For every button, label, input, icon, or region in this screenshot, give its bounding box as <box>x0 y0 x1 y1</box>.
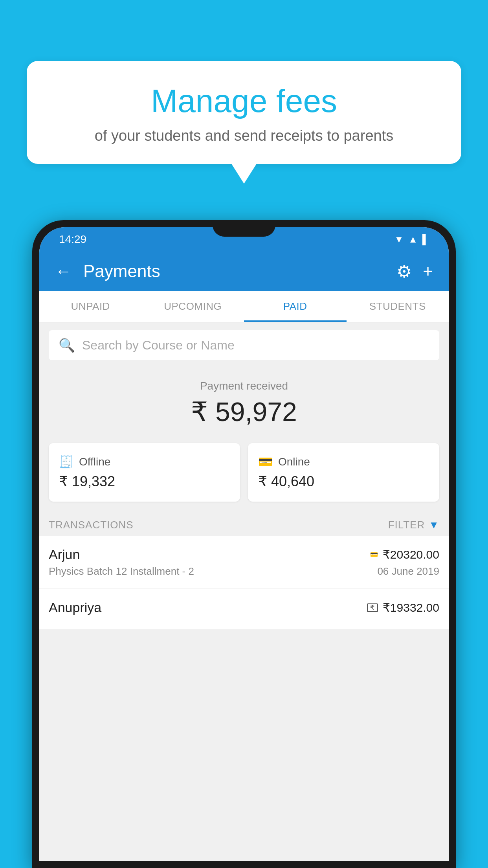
app-bar-title: Payments <box>83 261 385 281</box>
transaction-course-1: Physics Batch 12 Installment - 2 <box>49 565 194 577</box>
rupee-icon: ₹ <box>367 603 378 612</box>
app-bar-icons: ⚙ + <box>396 261 433 281</box>
speech-bubble-title: Manage fees <box>50 83 438 120</box>
speech-bubble-subtitle: of your students and send receipts to pa… <box>50 127 438 144</box>
transaction-amount-1: ₹20320.00 <box>383 548 439 561</box>
transaction-detail-row-1: Physics Batch 12 Installment - 2 06 June… <box>49 565 439 577</box>
transaction-amount-wrap-1: 💳 ₹20320.00 <box>370 548 439 561</box>
transactions-header: TRANSACTIONS FILTER ▼ <box>39 509 449 536</box>
offline-icon: 🧾 <box>59 455 73 469</box>
transaction-row-2: Anupriya ₹ ₹19332.00 <box>49 600 439 615</box>
payment-section: Payment received ₹ 59,972 <box>39 368 449 435</box>
offline-label: Offline <box>79 456 110 468</box>
phone-frame: 14:29 ▼ ▲ ▌ ← Payments ⚙ + UNPAID UPCOMI… <box>32 220 456 868</box>
tab-unpaid[interactable]: UNPAID <box>39 291 142 322</box>
search-input[interactable]: Search by Course or Name <box>82 338 235 353</box>
battery-icon: ▌ <box>422 234 429 245</box>
back-button[interactable]: ← <box>55 262 72 281</box>
status-icons: ▼ ▲ ▌ <box>394 234 429 245</box>
search-bar[interactable]: 🔍 Search by Course or Name <box>49 330 439 360</box>
online-icon: 💳 <box>258 455 273 469</box>
transaction-item-2[interactable]: Anupriya ₹ ₹19332.00 <box>39 589 449 630</box>
offline-amount: ₹ 19,332 <box>59 473 230 490</box>
filter-icon: ▼ <box>429 519 439 531</box>
search-icon: 🔍 <box>59 337 75 353</box>
offline-card: 🧾 Offline ₹ 19,332 <box>49 443 240 502</box>
content-area: 🔍 Search by Course or Name Payment recei… <box>39 322 449 861</box>
transaction-row-1: Arjun 💳 ₹20320.00 <box>49 547 439 562</box>
transaction-name-1: Arjun <box>49 547 80 562</box>
tabs: UNPAID UPCOMING PAID STUDENTS <box>39 291 449 322</box>
transaction-item[interactable]: Arjun 💳 ₹20320.00 Physics Batch 12 Insta… <box>39 536 449 589</box>
payment-cards: 🧾 Offline ₹ 19,332 💳 Online ₹ 40,640 <box>39 435 449 509</box>
plus-icon[interactable]: + <box>423 261 433 281</box>
transaction-amount-wrap-2: ₹ ₹19332.00 <box>367 601 439 614</box>
online-amount: ₹ 40,640 <box>258 473 429 490</box>
card-payment-icon: 💳 <box>370 551 378 558</box>
transaction-date-1: 06 June 2019 <box>377 565 439 577</box>
online-label: Online <box>278 456 310 468</box>
tab-students[interactable]: STUDENTS <box>347 291 449 322</box>
status-time: 14:29 <box>59 233 86 246</box>
tab-upcoming[interactable]: UPCOMING <box>142 291 244 322</box>
app-bar: ← Payments ⚙ + <box>39 252 449 291</box>
filter-button[interactable]: FILTER ▼ <box>388 519 439 531</box>
filter-label: FILTER <box>388 519 425 531</box>
transaction-name-2: Anupriya <box>49 600 101 615</box>
tab-paid[interactable]: PAID <box>244 291 347 322</box>
offline-card-header: 🧾 Offline <box>59 455 230 469</box>
payment-label: Payment received <box>39 380 449 392</box>
online-card-header: 💳 Online <box>258 455 429 469</box>
speech-bubble: Manage fees of your students and send re… <box>27 61 461 164</box>
transaction-amount-2: ₹19332.00 <box>383 601 439 614</box>
wifi-icon: ▼ <box>394 234 404 245</box>
gear-icon[interactable]: ⚙ <box>396 261 412 281</box>
transactions-label: TRANSACTIONS <box>49 519 134 531</box>
phone-notch <box>213 220 275 237</box>
payment-amount: ₹ 59,972 <box>39 396 449 427</box>
signal-icon: ▲ <box>408 234 418 245</box>
phone-screen: 14:29 ▼ ▲ ▌ ← Payments ⚙ + UNPAID UPCOMI… <box>39 227 449 861</box>
online-card: 💳 Online ₹ 40,640 <box>248 443 439 502</box>
